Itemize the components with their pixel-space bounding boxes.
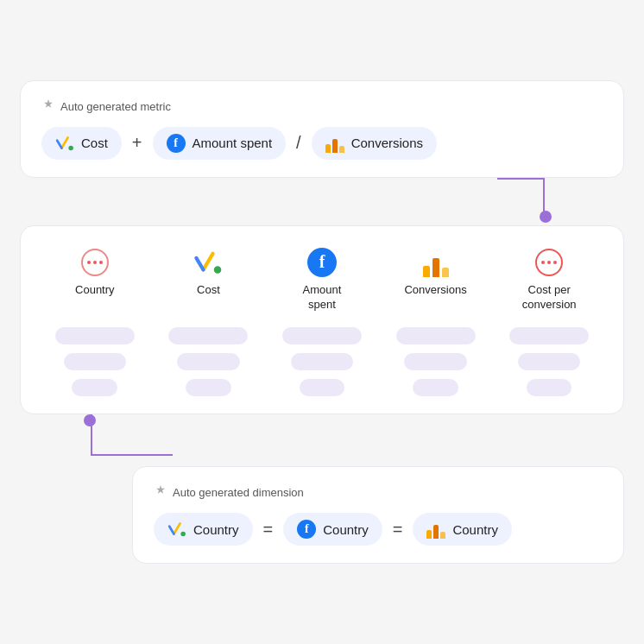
- amount-spent-chip[interactable]: f Amount spent: [153, 127, 287, 160]
- conversions-col-icon: [420, 247, 451, 278]
- top-connector: [20, 178, 624, 225]
- country-google-chip[interactable]: Country: [154, 513, 253, 546]
- conversions-chip-label: Conversions: [351, 136, 423, 150]
- sparkle-icon: [41, 98, 55, 115]
- cost-per-conv-col-label: Cost perconversion: [522, 283, 577, 313]
- country-looker-chip[interactable]: Country: [413, 513, 512, 546]
- equals-operator-2: =: [391, 520, 405, 540]
- right-connector-h: [497, 178, 545, 180]
- bottom-formula-row: Country = f Country = C: [154, 513, 603, 546]
- country-facebook-chip[interactable]: f Country: [283, 513, 382, 546]
- conversions-chip[interactable]: Conversions: [312, 127, 437, 160]
- col-conversions: Conversions: [379, 247, 493, 298]
- cell: [265, 327, 379, 344]
- cell: [492, 379, 606, 396]
- dot1: [87, 261, 91, 264]
- col-amount-spent: f Amountspent: [265, 247, 379, 313]
- country-looker-chip-label: Country: [452, 522, 498, 537]
- facebook-icon-2: f: [297, 520, 316, 539]
- looker-icon: [325, 134, 344, 153]
- looker-icon-2: [426, 520, 445, 539]
- top-formula-row: Cost + f Amount spent /: [41, 127, 603, 160]
- sparkle-icon-2: [154, 484, 167, 501]
- bottom-card: Auto generated dimension Country = f: [132, 466, 624, 564]
- dot4: [541, 261, 545, 264]
- google-ads-icon: [55, 134, 74, 153]
- dot5: [547, 261, 551, 264]
- table-row: [38, 353, 606, 370]
- top-card-label: Auto generated metric: [41, 98, 603, 115]
- country-facebook-chip-label: Country: [323, 522, 369, 537]
- dot3: [99, 261, 103, 264]
- divide-operator: /: [294, 133, 303, 153]
- cell: [152, 353, 266, 370]
- bottom-connector: [20, 414, 624, 466]
- left-connector-dot: [84, 414, 96, 426]
- col-cost-per-conversion: Cost perconversion: [492, 247, 606, 313]
- cell: [38, 327, 152, 344]
- cell: [379, 327, 493, 344]
- dots-circle-icon: [81, 249, 109, 276]
- right-connector-dot: [540, 211, 552, 223]
- svg-point-3: [180, 532, 186, 537]
- cell: [38, 353, 152, 370]
- col-cost: Cost: [152, 247, 266, 298]
- svg-point-1: [68, 145, 73, 150]
- left-connector-h: [91, 454, 173, 456]
- amount-spent-chip-label: Amount spent: [193, 136, 273, 150]
- svg-point-0: [47, 104, 49, 106]
- conversions-col-label: Conversions: [404, 283, 466, 298]
- plus-operator: +: [130, 133, 144, 153]
- bottom-card-label-text: Auto generated dimension: [173, 486, 304, 499]
- cell: [152, 327, 266, 344]
- cost-col-label: Cost: [197, 283, 220, 298]
- table-card: Country Cost f Amountspent: [20, 225, 624, 415]
- table-header: Country Cost f Amountspent: [38, 247, 606, 313]
- page-wrapper: Auto generated metric Cost + f: [20, 80, 624, 565]
- right-connector-line: [543, 178, 545, 212]
- facebook-icon: f: [167, 134, 186, 153]
- equals-operator-1: =: [262, 520, 275, 540]
- country-google-chip-label: Country: [193, 522, 239, 537]
- table-rows: [38, 327, 606, 396]
- cell: [379, 379, 493, 396]
- country-col-icon: [79, 247, 110, 278]
- cell: [492, 353, 606, 370]
- cell: [265, 379, 379, 396]
- cell: [38, 379, 152, 396]
- amount-spent-col-label: Amountspent: [303, 283, 342, 313]
- table-row: [38, 379, 606, 396]
- dot6: [553, 261, 557, 264]
- cell: [265, 353, 379, 370]
- google-ads-icon-2: [167, 520, 186, 539]
- col-country: Country: [38, 247, 152, 298]
- dot2: [93, 261, 97, 264]
- cell: [152, 379, 266, 396]
- dots-circle-icon-2: [535, 249, 563, 276]
- cost-col-icon: [193, 247, 224, 278]
- table-row: [38, 327, 606, 344]
- top-card-label-text: Auto generated metric: [60, 100, 171, 113]
- top-card: Auto generated metric Cost + f: [20, 80, 624, 178]
- amount-spent-col-icon: f: [306, 247, 338, 278]
- cost-chip-label: Cost: [81, 136, 108, 150]
- cell: [492, 327, 606, 344]
- country-col-label: Country: [75, 283, 115, 298]
- cost-per-conv-col-icon: [534, 247, 565, 278]
- cost-chip[interactable]: Cost: [41, 127, 122, 160]
- svg-point-2: [214, 266, 221, 274]
- bottom-card-label: Auto generated dimension: [154, 484, 603, 501]
- cell: [379, 353, 493, 370]
